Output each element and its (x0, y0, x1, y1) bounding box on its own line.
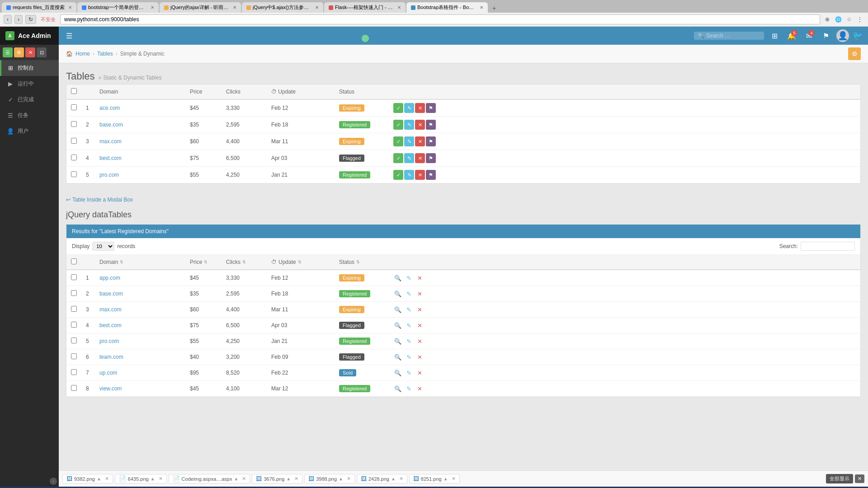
tab-close-tab4[interactable]: ✕ (315, 5, 319, 10)
dt-action-delete-button[interactable]: ✕ (415, 273, 424, 282)
breadcrumb-tables-link[interactable]: Tables (97, 51, 113, 57)
dt-th-update[interactable]: ⏱ Update ⇅ (267, 255, 335, 270)
dt-row-checkbox[interactable] (71, 338, 77, 343)
action-flag-button[interactable]: ⚑ (426, 170, 436, 180)
sidebar-tool-menu[interactable]: ☰ (3, 47, 13, 57)
tab-close-tab1[interactable]: ✕ (68, 5, 72, 10)
download-expand[interactable]: ▲ (286, 476, 291, 481)
grid-icon-button[interactable]: ⊞ (768, 29, 781, 42)
action-check-button[interactable]: ✓ (393, 103, 403, 113)
sidebar-collapse-button[interactable]: ‹ (50, 478, 57, 485)
tab-close-tab2[interactable]: ✕ (151, 5, 154, 10)
download-expand[interactable]: ▲ (339, 476, 343, 481)
action-delete-button[interactable]: ✕ (415, 120, 425, 130)
menu-icon[interactable]: ⋮ (855, 15, 864, 24)
action-delete-button[interactable]: ✕ (415, 103, 425, 113)
download-close[interactable]: ✕ (242, 476, 246, 482)
reload-button[interactable]: ↻ (25, 15, 36, 24)
download-item-4[interactable]: 🖼3988.png▲✕ (304, 474, 355, 483)
sidebar-item-tasks[interactable]: ☰任务 (0, 108, 59, 123)
forward-button[interactable]: › (14, 15, 23, 24)
download-expand[interactable]: ▲ (443, 476, 448, 481)
dt-action-delete-button[interactable]: ✕ (415, 368, 424, 377)
dl-close-all-button[interactable]: ✕ (855, 474, 864, 483)
download-close[interactable]: ✕ (399, 476, 403, 482)
action-edit-button[interactable]: ✎ (404, 103, 414, 113)
download-item-3[interactable]: 🖼3676.png▲✕ (252, 474, 302, 483)
action-flag-button[interactable]: ⚑ (426, 103, 436, 113)
dl-show-all-button[interactable]: 全部显示 (826, 474, 853, 483)
adblock-icon[interactable]: ⊕ (823, 15, 832, 24)
download-item-1[interactable]: 📄6435.png▲✕ (115, 474, 167, 483)
download-expand[interactable]: ▲ (97, 476, 101, 481)
browser-tab-tab2[interactable]: bootstrap一个简单的登陆页面✕ (77, 2, 159, 13)
dt-row-checkbox[interactable] (71, 353, 77, 359)
dt-action-delete-button[interactable]: ✕ (415, 289, 424, 298)
dt-action-search-button[interactable]: 🔍 (393, 337, 402, 346)
sidebar-tool-close[interactable]: ✕ (25, 47, 35, 57)
action-delete-button[interactable]: ✕ (415, 153, 425, 163)
dt-row-checkbox[interactable] (71, 290, 77, 296)
dt-domain-link[interactable]: up.com (99, 370, 117, 376)
dt-row-checkbox[interactable] (71, 369, 77, 375)
user-avatar[interactable]: 👤 (836, 29, 849, 42)
download-close[interactable]: ✕ (452, 476, 456, 482)
row-checkbox[interactable] (71, 171, 77, 177)
action-edit-button[interactable]: ✎ (404, 136, 414, 146)
sidebar-tool-expand[interactable]: ⊡ (37, 47, 47, 57)
action-flag-button[interactable]: ⚑ (426, 136, 436, 146)
action-delete-button[interactable]: ✕ (415, 136, 425, 146)
action-check-button[interactable]: ✓ (393, 153, 403, 163)
search-box[interactable]: 🔍 (694, 32, 764, 40)
dt-th-status[interactable]: Status ⇅ (335, 255, 389, 270)
action-flag-button[interactable]: ⚑ (426, 153, 436, 163)
dt-domain-link[interactable]: max.com (99, 306, 122, 313)
action-delete-button[interactable]: ✕ (415, 170, 425, 180)
dt-action-search-button[interactable]: 🔍 (393, 352, 402, 361)
dt-domain-link[interactable]: base.com (99, 291, 123, 297)
dt-domain-link[interactable]: pro.com (99, 338, 119, 344)
browser-tab-tab3[interactable]: jQuery的ajax详解 - 听雨的人 -✕ (160, 2, 241, 13)
select-all-checkbox[interactable] (71, 88, 77, 94)
dt-action-edit-button[interactable]: ✎ (404, 352, 413, 361)
dt-action-search-button[interactable]: 🔍 (393, 368, 402, 377)
domain-link[interactable]: pro.com (99, 172, 119, 178)
modal-link[interactable]: ↩ Table Inside a Modal Box (66, 197, 133, 203)
dt-action-delete-button[interactable]: ✕ (415, 352, 424, 361)
action-edit-button[interactable]: ✎ (404, 120, 414, 130)
download-expand[interactable]: ▲ (391, 476, 396, 481)
action-edit-button[interactable]: ✎ (404, 170, 414, 180)
browser-tab-tab1[interactable]: requests files_百度搜索✕ (2, 2, 76, 13)
menu-toggle-icon[interactable]: ☰ (64, 30, 74, 42)
envelope-icon-button[interactable]: ✉ 4 (802, 29, 816, 42)
download-expand[interactable]: ▲ (151, 476, 155, 481)
row-checkbox[interactable] (71, 121, 77, 127)
page-settings-button[interactable]: ⚙ (848, 47, 861, 60)
dt-th-clicks[interactable]: Clicks ⇅ (222, 255, 267, 270)
dt-action-edit-button[interactable]: ✎ (404, 368, 413, 377)
display-select[interactable]: 102550100 (92, 242, 114, 251)
address-bar[interactable] (60, 14, 820, 24)
sidebar-item-dashboard[interactable]: ⊞控制台 (0, 60, 59, 76)
download-close[interactable]: ✕ (159, 476, 163, 482)
domain-link[interactable]: base.com (99, 122, 123, 128)
dt-th-domain[interactable]: Domain ⇅ (95, 255, 185, 270)
search-input[interactable] (706, 33, 760, 39)
action-check-button[interactable]: ✓ (393, 136, 403, 146)
dt-domain-link[interactable]: team.com (99, 354, 123, 360)
flag-icon-button[interactable]: ⚑ (819, 29, 833, 42)
domain-link[interactable]: max.com (99, 138, 122, 145)
dt-action-search-button[interactable]: 🔍 (393, 321, 402, 330)
download-close[interactable]: ✕ (105, 476, 109, 482)
bell-icon-button[interactable]: 🔔 5 (785, 29, 798, 42)
browser-tab-tab6[interactable]: Bootstrap表格指件 - Bootstra...✕ (406, 2, 488, 13)
browser-tab-tab4[interactable]: jQuery中$.ajax()方法参数详解✕ (242, 2, 323, 13)
dt-action-search-button[interactable]: 🔍 (393, 273, 402, 282)
dt-domain-link[interactable]: best.com (99, 322, 122, 328)
action-edit-button[interactable]: ✎ (404, 153, 414, 163)
dt-domain-link[interactable]: view.com (99, 385, 122, 392)
breadcrumb-home-link[interactable]: Home (75, 51, 90, 57)
domain-link[interactable]: ace.com (99, 105, 120, 111)
dt-action-edit-button[interactable]: ✎ (404, 305, 413, 314)
download-close[interactable]: ✕ (347, 476, 351, 482)
